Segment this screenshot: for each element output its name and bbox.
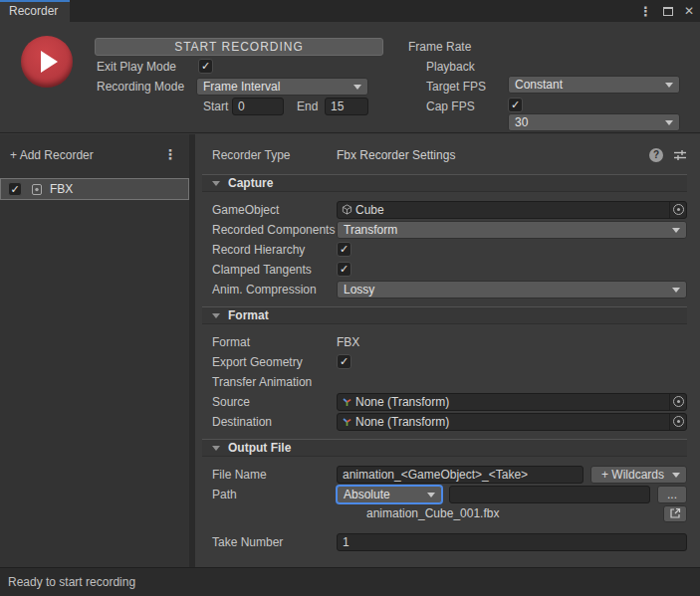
export-geometry-row: Export Geometry ✓ [195,353,687,370]
object-picker-icon[interactable] [669,202,686,218]
clamped-tangents-checkbox[interactable]: ✓ [337,262,351,277]
wildcards-button-label: + Wildcards [601,468,664,482]
browse-button[interactable]: ... [657,486,687,503]
cap-fps-checkbox[interactable]: ✓ [508,98,523,112]
recorder-list-header: + Add Recorder ⋮ [0,134,189,174]
chevron-down-icon [665,120,673,125]
recorded-components-dropdown[interactable]: Transform [337,221,687,239]
status-text: Ready to start recording [8,575,135,589]
playback-value: Constant [515,78,563,92]
export-geometry-checkbox[interactable]: ✓ [337,354,351,369]
file-name-label: File Name [195,468,337,482]
open-output-location-button[interactable] [663,505,687,522]
browse-button-label: ... [667,488,677,501]
chevron-down-icon [427,493,435,497]
output-file-preview: animation_Cube_001.fbx [366,506,499,520]
playback-label: Playback [426,60,475,74]
anim-compression-dropdown[interactable]: Lossy [337,281,687,298]
wildcards-button[interactable]: + Wildcards [590,466,687,484]
close-icon[interactable]: ✕ [684,4,694,18]
anim-compression-label: Anim. Compression [195,283,337,297]
foldout-icon [212,446,220,451]
add-recorder-button[interactable]: + Add Recorder [10,148,94,162]
window-menu-icon[interactable]: ⋮ [639,4,652,19]
format-section-header[interactable]: Format [202,306,687,324]
clamped-tangents-label: Clamped Tangents [195,263,337,277]
tab-recorder[interactable]: Recorder [0,0,70,22]
capture-section-title: Capture [228,176,273,190]
destination-value: None (Transform) [352,415,669,429]
clamped-tangents-row: Clamped Tangents ✓ [195,261,687,278]
recorder-type-row: Recorder Type Fbx Recorder Settings ? [195,145,687,165]
path-input[interactable] [449,486,650,503]
object-picker-icon[interactable] [669,414,686,430]
chevron-down-icon [665,83,673,88]
chevron-down-icon [672,473,680,478]
anim-compression-value: Lossy [344,283,374,297]
output-file-section-header[interactable]: Output File [202,439,687,457]
destination-object-field[interactable]: None (Transform) [337,413,687,431]
help-icon[interactable]: ? [649,148,663,162]
recorded-components-value: Transform [344,223,397,237]
format-section-title: Format [228,308,269,322]
maximize-icon[interactable] [663,7,673,16]
record-hierarchy-label: Record Hierarchy [195,243,337,257]
object-picker-icon[interactable] [669,394,686,410]
recorder-type-label: Recorder Type [195,148,337,162]
record-play-button[interactable] [21,36,73,88]
output-preview-row: animation_Cube_001.fbx [195,505,687,521]
recorder-settings-panel: Recorder Type Fbx Recorder Settings ? Ca… [195,134,700,567]
target-fps-value: 30 [515,115,528,129]
format-row: Format FBX [195,333,687,350]
recorder-list-item-fbx[interactable]: ✓ FBX [0,178,189,200]
start-frame-input[interactable] [232,98,284,115]
capture-section-header[interactable]: Capture [202,174,687,192]
window-controls: ⋮ ✕ [639,0,694,22]
foldout-icon [212,313,220,318]
path-mode-dropdown[interactable]: Absolute [337,486,442,503]
exit-play-mode-label: Exit Play Mode [97,60,176,74]
title-bar: Recorder ⋮ ✕ [0,0,700,22]
recorded-components-label: Recorded Components [195,223,337,237]
record-hierarchy-checkbox[interactable]: ✓ [337,242,351,257]
format-label: Format [195,335,337,349]
path-mode-value: Absolute [344,488,390,501]
anim-compression-row: Anim. Compression Lossy [195,281,687,298]
file-name-row: File Name + Wildcards [195,466,687,483]
recorder-type-value: Fbx Recorder Settings [337,148,455,162]
exit-play-mode-checkbox[interactable]: ✓ [198,59,213,74]
frame-rate-label: Frame Rate [408,40,471,54]
recorded-components-row: Recorded Components Transform [195,221,687,238]
take-number-input[interactable] [337,533,687,551]
playback-dropdown[interactable]: Constant [508,76,680,94]
export-geometry-label: Export Geometry [195,355,337,369]
path-row: Path Absolute ... [195,486,687,502]
chevron-down-icon [353,85,361,90]
cap-fps-label: Cap FPS [426,99,475,113]
destination-row: Destination None (Transform) [195,413,687,430]
open-external-icon [669,507,681,519]
gameobject-object-field[interactable]: Cube [337,201,687,219]
file-name-input[interactable] [337,466,583,484]
recording-mode-dropdown[interactable]: Frame Interval [196,78,368,96]
transfer-animation-label: Transfer Animation [195,375,337,389]
recorder-enabled-checkbox[interactable]: ✓ [8,182,22,196]
destination-label: Destination [195,415,337,429]
gameobject-row: GameObject Cube [195,201,687,218]
preset-icon[interactable] [673,149,687,161]
start-recording-button[interactable]: START RECORDING [95,38,383,56]
recording-mode-label: Recording Mode [97,80,184,94]
target-fps-label: Target FPS [426,80,486,94]
recording-mode-value: Frame Interval [203,80,280,94]
source-label: Source [195,395,337,409]
end-frame-input[interactable] [325,98,368,115]
source-object-field[interactable]: None (Transform) [337,393,687,411]
recorder-list-menu-icon[interactable]: ⋮ [163,146,177,162]
foldout-icon [212,181,220,186]
target-fps-dropdown[interactable]: 30 [508,113,680,131]
format-value: FBX [337,335,359,349]
source-value: None (Transform) [352,395,669,409]
transform-icon [342,416,352,427]
recorder-file-icon [31,183,43,196]
cube-icon [342,204,352,215]
